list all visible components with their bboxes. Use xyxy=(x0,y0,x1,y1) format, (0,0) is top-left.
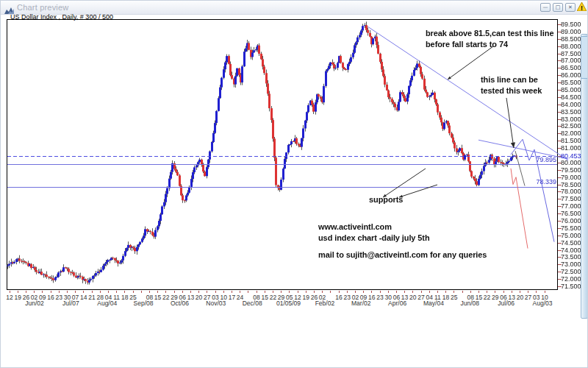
date-axis-month-label: Mar/02 xyxy=(342,300,380,307)
chart-preview-window: Chart preview — □ ✕ ! US Dollar Index , … xyxy=(0,0,588,368)
annotation-line: tested this week xyxy=(481,85,542,96)
date-axis-month-label: Apr/06 xyxy=(379,300,417,307)
close-button[interactable]: ✕ xyxy=(565,3,576,12)
date-axis-month-label: Feb/02 xyxy=(306,300,344,307)
annotation-site: www.activeintl.com usd index chart -dail… xyxy=(318,222,487,261)
date-axis-month-label: Jun/02 xyxy=(15,300,54,307)
price-chart-canvas[interactable] xyxy=(7,19,583,290)
annotation-test-line: this line can be tested this week xyxy=(481,74,542,96)
annotation-line: mail to sujith@activeintl.com for any qu… xyxy=(318,250,487,261)
vertical-scrollbar[interactable] xyxy=(581,34,588,319)
date-axis-month-label: Aug/04 xyxy=(88,300,126,307)
warning-icon[interactable]: ! xyxy=(577,1,587,10)
annotation-line: www.activeintl.com xyxy=(318,222,487,233)
minimize-button[interactable]: — xyxy=(540,3,551,12)
annotation-line: usd index chart -daily july 5th xyxy=(318,233,487,244)
annotation-line: break above 81.5,can test this line xyxy=(426,28,553,39)
date-axis-month-label: Sep/08 xyxy=(124,300,162,307)
support-level-label-1: 79.895 xyxy=(518,156,556,163)
date-axis-month-label: Aug/03 xyxy=(523,300,562,307)
price-axis-label: 89.500 xyxy=(561,21,587,28)
svg-text:!: ! xyxy=(581,4,583,12)
date-axis-month-label: Jul/06 xyxy=(487,300,526,307)
date-axis-month-label: May/04 xyxy=(415,300,453,307)
maximize-button[interactable]: □ xyxy=(553,3,563,12)
window-title: Chart preview xyxy=(17,3,68,12)
date-axis-month-label: Jul/07 xyxy=(51,300,90,307)
date-axis-month-label: Jun/08 xyxy=(451,300,489,307)
annotation-supports: supports xyxy=(369,194,403,205)
annotation-line: this line can be xyxy=(481,74,542,85)
annotation-break-above: break above 81.5,can test this line befo… xyxy=(426,28,553,50)
support-level-label-2: 78.339 xyxy=(518,178,556,185)
annotation-line: before fall starts to 74 xyxy=(426,39,553,50)
date-axis-month-label: Oct/06 xyxy=(160,300,198,307)
date-axis-month-label: Dec/08 xyxy=(233,300,271,307)
chart-icon xyxy=(4,4,14,11)
scrollbar-thumb[interactable] xyxy=(581,36,587,79)
date-axis-month-label: 01/05/09 xyxy=(270,300,308,307)
date-axis-month-label: Nov/03 xyxy=(197,300,235,307)
